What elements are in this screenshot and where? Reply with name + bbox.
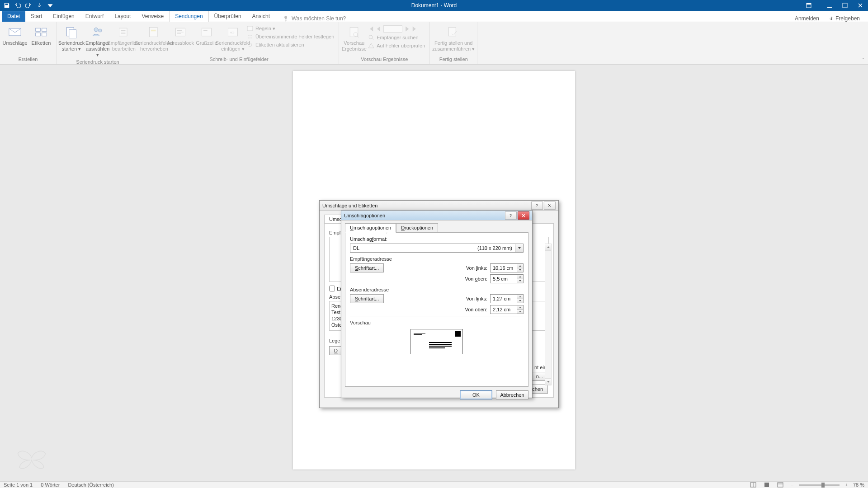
- collapse-ribbon-icon[interactable]: ˄: [862, 57, 864, 62]
- read-mode-button[interactable]: [748, 482, 758, 488]
- cancel-button[interactable]: Abbrechen: [496, 390, 528, 399]
- envelope-size-dimensions: (110 x 220 mm): [477, 245, 512, 251]
- labels-button[interactable]: Etiketten: [28, 23, 54, 46]
- share-button[interactable]: Freigeben: [827, 15, 860, 22]
- dialog-options-close-button[interactable]: [518, 211, 529, 220]
- svg-text:?: ?: [536, 203, 538, 208]
- dialog-envelopes-help-button[interactable]: ?: [531, 202, 543, 210]
- lightbulb-icon: [283, 15, 289, 22]
- dialog-envelopes-close-button[interactable]: [544, 202, 556, 210]
- zoom-out-button[interactable]: −: [789, 482, 795, 488]
- dropdown-arrow-icon[interactable]: [515, 244, 523, 252]
- touch-mode-icon[interactable]: [36, 2, 42, 9]
- spin-down-icon[interactable]: [517, 299, 523, 303]
- dialog-options-help-button[interactable]: ?: [505, 211, 517, 220]
- svg-rect-30: [778, 483, 783, 487]
- spin-up-icon[interactable]: [517, 275, 523, 279]
- match-icon: [247, 33, 253, 40]
- tab-layout[interactable]: Layout: [109, 11, 136, 22]
- preview-results-button: VorschauErgebnisse: [341, 23, 367, 52]
- delivery-address-section: Empfängeradresse: [350, 256, 524, 262]
- envelope-preview: [410, 329, 463, 354]
- svg-rect-3: [843, 3, 847, 8]
- ribbon-tabs: Datei Start Einfügen Entwurf Layout Verw…: [0, 11, 868, 22]
- return-from-left-spinner[interactable]: 1,27 cm: [490, 294, 524, 303]
- svg-rect-8: [42, 33, 47, 36]
- finish-icon: [446, 25, 461, 39]
- search-icon: [368, 34, 374, 41]
- status-language[interactable]: Deutsch (Österreich): [68, 482, 113, 488]
- return-address-section: Absenderadresse: [350, 287, 524, 292]
- svg-point-23: [369, 35, 373, 39]
- delivery-from-top-spinner[interactable]: 5,5 cm: [490, 274, 524, 283]
- tab-ueberpruefen[interactable]: Überprüfen: [209, 11, 247, 22]
- svg-rect-29: [764, 483, 769, 487]
- envelope-size-dropdown[interactable]: DL (110 x 220 mm): [350, 244, 524, 253]
- qat-dropdown-icon[interactable]: [47, 2, 53, 9]
- ribbon-group-erstellen: Umschläge Etiketten Erstellen: [0, 22, 57, 64]
- spin-down-icon[interactable]: [517, 279, 523, 283]
- ribbon: Umschläge Etiketten Erstellen Seriendruc…: [0, 22, 868, 65]
- return-from-top-spinner[interactable]: 2,12 cm: [490, 305, 524, 314]
- tab-verweise[interactable]: Verweise: [136, 11, 169, 22]
- quick-access-toolbar: [0, 2, 53, 9]
- spin-up-icon[interactable]: [517, 264, 523, 268]
- redo-icon[interactable]: [25, 2, 32, 9]
- zoom-level[interactable]: 78 %: [853, 482, 864, 488]
- status-words[interactable]: 0 Wörter: [41, 482, 60, 488]
- select-recipients-button[interactable]: Empfängerauswählen ▾: [85, 23, 111, 58]
- svg-rect-24: [449, 28, 456, 36]
- tab-sendungen[interactable]: Sendungen: [169, 11, 208, 22]
- delivery-font-button[interactable]: Schriftart...: [350, 263, 384, 272]
- screencast-watermark-icon: [15, 444, 48, 473]
- status-page[interactable]: Seite 1 von 1: [4, 482, 33, 488]
- svg-rect-1: [807, 3, 811, 5]
- zoom-in-button[interactable]: +: [843, 482, 849, 488]
- back-dialog-scrollbar[interactable]: [545, 244, 552, 385]
- preview-section-label: Vorschau: [350, 320, 524, 325]
- return-from-top-label: Von oben:: [465, 307, 487, 312]
- update-labels-button: Etiketten aktualisieren: [247, 42, 334, 48]
- dialog-options-titlebar[interactable]: Umschlagoptionen ?: [341, 211, 532, 221]
- envelopes-button[interactable]: Umschläge: [2, 23, 28, 46]
- svg-rect-10: [69, 30, 76, 38]
- tab-file[interactable]: Datei: [2, 11, 25, 22]
- svg-rect-5: [36, 28, 41, 31]
- spin-down-icon[interactable]: [517, 310, 523, 314]
- dialog-envelopes-titlebar[interactable]: Umschläge und Etiketten ?: [320, 201, 558, 211]
- tab-start[interactable]: Start: [25, 11, 47, 22]
- svg-rect-20: [247, 26, 253, 31]
- tab-envelope-options[interactable]: Umschlagoptionen: [345, 223, 396, 233]
- zoom-slider[interactable]: [799, 484, 840, 486]
- maximize-button[interactable]: [837, 0, 853, 11]
- refresh-icon: [247, 42, 253, 48]
- web-layout-button[interactable]: [775, 482, 785, 488]
- ribbon-display-options-icon[interactable]: [801, 0, 816, 11]
- tab-print-options[interactable]: Druckoptionen: [396, 223, 438, 233]
- envelope-size-value: DL: [353, 245, 359, 251]
- spin-down-icon[interactable]: [517, 268, 523, 272]
- undo-icon[interactable]: [14, 2, 21, 9]
- tab-entwurf[interactable]: Entwurf: [80, 11, 109, 22]
- spin-up-icon[interactable]: [517, 305, 523, 310]
- spin-up-icon[interactable]: [517, 295, 523, 299]
- signin-link[interactable]: Anmelden: [795, 15, 819, 22]
- highlight-icon: [147, 25, 161, 39]
- save-icon[interactable]: [4, 2, 10, 9]
- tab-ansicht[interactable]: Ansicht: [247, 11, 275, 22]
- ribbon-group-einfuegefelder: Seriendruckfelderhervorheben Adressblock…: [139, 22, 339, 64]
- svg-rect-7: [36, 33, 41, 36]
- stamp-icon: [455, 331, 461, 337]
- highlight-merge-fields-button: Seriendruckfelderhervorheben: [141, 23, 167, 52]
- delivery-from-left-spinner[interactable]: 10,16 cm: [490, 263, 524, 272]
- tab-einfuegen[interactable]: Einfügen: [47, 11, 80, 22]
- return-font-button[interactable]: Schriftart...: [350, 294, 384, 303]
- start-mail-merge-button[interactable]: Seriendruckstarten ▾: [58, 23, 85, 52]
- ok-button[interactable]: OK: [460, 390, 492, 399]
- svg-rect-6: [42, 28, 47, 31]
- tell-me-search[interactable]: Was möchten Sie tun?: [283, 15, 346, 22]
- minimize-button[interactable]: [822, 0, 837, 11]
- close-button[interactable]: [853, 0, 868, 11]
- omit-checkbox[interactable]: [329, 286, 335, 291]
- print-layout-button[interactable]: [762, 482, 772, 488]
